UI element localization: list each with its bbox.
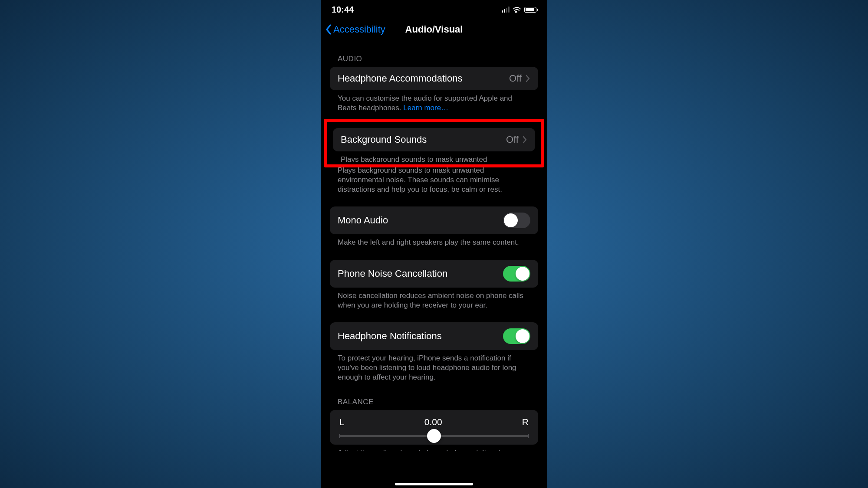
toggle-headphone-notifications[interactable] [503, 328, 530, 344]
battery-icon [524, 7, 536, 13]
chevron-right-icon [522, 136, 527, 144]
footer-phone-noise: Noise cancellation reduces ambient noise… [330, 291, 538, 310]
footer-headphone-accommodations: You can customise the audio for supporte… [330, 94, 538, 113]
learn-more-link[interactable]: Learn more… [403, 104, 448, 112]
cell-label: Phone Noise Cancellation [338, 268, 447, 279]
status-time: 10:44 [332, 5, 354, 15]
back-label: Accessibility [333, 24, 385, 35]
nav-bar: Accessibility Audio/Visual [321, 19, 547, 40]
row-headphone-accommodations[interactable]: Headphone Accommodations Off [330, 67, 538, 90]
footer-mono-audio: Make the left and right speakers play th… [330, 238, 538, 247]
home-indicator[interactable] [395, 483, 473, 485]
phone-frame: 10:44 Accessibility Audio/Visual AUDIO H… [321, 0, 547, 488]
section-header-audio: AUDIO [330, 55, 538, 63]
section-header-balance: BALANCE [330, 398, 538, 406]
footer-background-sounds-partial: Plays background sounds to mask unwanted… [333, 155, 535, 162]
balance-slider[interactable] [339, 435, 529, 437]
toggle-phone-noise[interactable] [503, 266, 530, 282]
row-phone-noise-cancellation: Phone Noise Cancellation [330, 260, 538, 288]
cell-label: Headphone Notifications [338, 331, 442, 342]
status-icons [502, 7, 536, 13]
cellular-signal-icon [502, 7, 510, 13]
balance-value: 0.00 [424, 417, 442, 427]
back-button[interactable]: Accessibility [325, 24, 385, 35]
page-title: Audio/Visual [405, 24, 463, 35]
cell-label: Background Sounds [341, 134, 427, 145]
row-balance: L 0.00 R [330, 410, 538, 445]
row-headphone-notifications: Headphone Notifications [330, 322, 538, 350]
row-mono-audio: Mono Audio [330, 206, 538, 234]
toggle-mono-audio[interactable] [503, 213, 530, 228]
footer-background-sounds: Plays background sounds to mask unwanted… [330, 166, 538, 194]
cell-value: Off [509, 73, 522, 84]
status-bar: 10:44 [321, 0, 547, 19]
balance-left-label: L [339, 417, 345, 427]
highlight-annotation: Background Sounds Off Plays background s… [324, 119, 544, 167]
cell-value: Off [506, 134, 519, 145]
balance-right-label: R [522, 417, 529, 427]
chevron-left-icon [325, 24, 332, 35]
wifi-icon [513, 7, 521, 13]
footer-headphone-notifications: To protect your hearing, iPhone sends a … [330, 354, 538, 382]
row-background-sounds[interactable]: Background Sounds Off [333, 128, 535, 151]
chevron-right-icon [525, 75, 530, 82]
slider-thumb[interactable] [427, 429, 441, 443]
cell-label: Mono Audio [338, 215, 388, 226]
content: AUDIO Headphone Accommodations Off You c… [321, 55, 547, 451]
footer-balance-partial: Adjust the audio volume balance between … [330, 445, 538, 451]
cell-label: Headphone Accommodations [338, 73, 462, 84]
